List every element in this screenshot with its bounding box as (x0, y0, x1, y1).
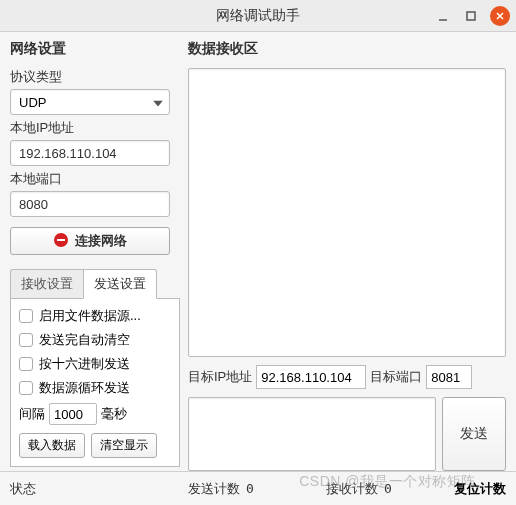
recv-area-title: 数据接收区 (188, 40, 506, 58)
target-ip-label: 目标IP地址 (188, 368, 252, 386)
load-data-button[interactable]: 载入数据 (19, 433, 85, 458)
settings-tabs: 接收设置 发送设置 (10, 269, 180, 299)
send-count-value: 0 (246, 481, 254, 496)
content-area: 网络设置 协议类型 UDP 本地IP地址 本地端口 连接网络 接收设置 发送设置 (0, 32, 516, 471)
send-button[interactable]: 发送 (442, 397, 506, 471)
recv-textarea[interactable] (188, 68, 506, 357)
interval-suffix: 毫秒 (101, 405, 127, 423)
local-ip-label: 本地IP地址 (10, 119, 180, 137)
stop-icon (53, 232, 69, 251)
interval-row: 间隔 毫秒 (19, 403, 171, 425)
reset-count-button[interactable]: 复位计数 (454, 480, 506, 498)
tab-recv-settings[interactable]: 接收设置 (10, 269, 83, 299)
app-window: 网络调试助手 网络设置 协议类型 UDP 本地IP地址 本地端口 连接网络 (0, 0, 516, 505)
right-panel: 数据接收区 目标IP地址 目标端口 发送 (188, 40, 506, 471)
network-section-title: 网络设置 (10, 40, 180, 58)
status-state: 状态 (10, 480, 180, 498)
close-button[interactable] (490, 6, 510, 26)
target-port-input[interactable] (426, 365, 472, 389)
opt-hex-send[interactable]: 按十六进制发送 (19, 355, 171, 373)
checkbox-icon (19, 381, 33, 395)
status-state-label: 状态 (10, 480, 36, 498)
send-textarea[interactable] (188, 397, 436, 471)
send-row: 发送 (188, 397, 506, 471)
chevron-down-icon (153, 95, 163, 110)
protocol-label: 协议类型 (10, 68, 180, 86)
svg-marker-4 (153, 101, 163, 107)
window-controls (434, 6, 510, 26)
opt-hex-send-label: 按十六进制发送 (39, 355, 130, 373)
opt-loop-send-label: 数据源循环发送 (39, 379, 130, 397)
checkbox-icon (19, 309, 33, 323)
opt-file-source[interactable]: 启用文件数据源... (19, 307, 171, 325)
status-send-count: 发送计数 0 (188, 480, 318, 498)
protocol-value: UDP (19, 95, 46, 110)
recv-count-label: 接收计数 (326, 480, 378, 498)
status-bar: 状态 发送计数 0 接收计数 0 复位计数 (0, 471, 516, 505)
target-port-label: 目标端口 (370, 368, 422, 386)
svg-rect-1 (467, 12, 475, 20)
send-settings-panel: 启用文件数据源... 发送完自动清空 按十六进制发送 数据源循环发送 间隔 (10, 298, 180, 467)
tab-send-settings[interactable]: 发送设置 (83, 269, 157, 299)
svg-rect-6 (57, 239, 65, 241)
interval-prefix: 间隔 (19, 405, 45, 423)
send-count-label: 发送计数 (188, 480, 240, 498)
minimize-button[interactable] (434, 7, 452, 25)
opt-file-source-label: 启用文件数据源... (39, 307, 141, 325)
local-ip-input[interactable] (10, 140, 170, 166)
maximize-button[interactable] (462, 7, 480, 25)
clear-display-button[interactable]: 清空显示 (91, 433, 157, 458)
checkbox-icon (19, 357, 33, 371)
title-bar: 网络调试助手 (0, 0, 516, 32)
interval-input[interactable] (49, 403, 97, 425)
target-ip-input[interactable] (256, 365, 366, 389)
local-port-input[interactable] (10, 191, 170, 217)
recv-count-value: 0 (384, 481, 392, 496)
opt-auto-clear-label: 发送完自动清空 (39, 331, 130, 349)
opt-loop-send[interactable]: 数据源循环发送 (19, 379, 171, 397)
window-title: 网络调试助手 (216, 7, 300, 25)
send-settings-buttons: 载入数据 清空显示 (19, 433, 171, 458)
checkbox-icon (19, 333, 33, 347)
status-recv-count: 接收计数 0 (326, 480, 436, 498)
connect-button[interactable]: 连接网络 (10, 227, 170, 255)
connect-label: 连接网络 (75, 232, 127, 250)
target-row: 目标IP地址 目标端口 (188, 365, 506, 389)
local-port-label: 本地端口 (10, 170, 180, 188)
protocol-select[interactable]: UDP (10, 89, 170, 115)
opt-auto-clear[interactable]: 发送完自动清空 (19, 331, 171, 349)
left-panel: 网络设置 协议类型 UDP 本地IP地址 本地端口 连接网络 接收设置 发送设置 (10, 40, 180, 471)
